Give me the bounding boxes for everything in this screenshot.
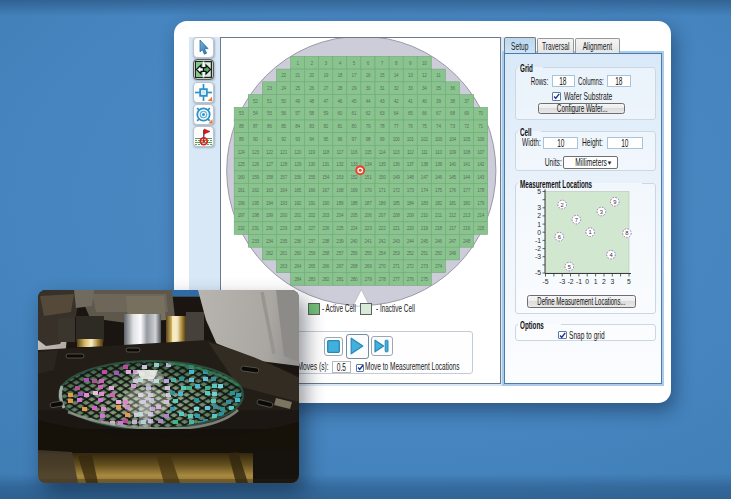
svg-text:169: 169 <box>350 188 358 193</box>
svg-text:153: 153 <box>336 175 344 180</box>
svg-text:261: 261 <box>280 251 288 256</box>
svg-text:69: 69 <box>464 111 469 116</box>
svg-text:37: 37 <box>464 99 469 104</box>
svg-text:39: 39 <box>436 99 441 104</box>
svg-text:83: 83 <box>309 124 314 129</box>
svg-text:127: 127 <box>266 162 274 167</box>
svg-text:10: 10 <box>422 61 427 66</box>
svg-text:138: 138 <box>421 162 429 167</box>
svg-text:210: 210 <box>421 213 429 218</box>
svg-text:244: 244 <box>407 239 415 244</box>
svg-text:243: 243 <box>393 239 401 244</box>
svg-text:259: 259 <box>308 251 316 256</box>
svg-text:247: 247 <box>449 239 457 244</box>
svg-text:75: 75 <box>422 124 427 129</box>
svg-text:-3: -3 <box>559 278 565 285</box>
svg-text:217: 217 <box>449 226 457 231</box>
svg-text:95: 95 <box>323 137 328 142</box>
svg-text:145: 145 <box>449 175 457 180</box>
svg-text:219: 219 <box>421 226 429 231</box>
svg-text:96: 96 <box>337 137 342 142</box>
svg-text:231: 231 <box>252 226 260 231</box>
svg-text:282: 282 <box>322 277 330 282</box>
svg-text:114: 114 <box>379 150 386 155</box>
svg-text:49: 49 <box>295 99 300 104</box>
svg-text:-5: -5 <box>542 278 548 285</box>
svg-text:64: 64 <box>394 111 399 116</box>
svg-text:229: 229 <box>280 226 288 231</box>
svg-text:152: 152 <box>350 175 358 180</box>
svg-text:110: 110 <box>435 150 442 155</box>
svg-text:149: 149 <box>393 175 401 180</box>
svg-text:80: 80 <box>352 124 357 129</box>
svg-text:157: 157 <box>280 175 288 180</box>
svg-text:97: 97 <box>352 137 357 142</box>
svg-text:221: 221 <box>393 226 401 231</box>
svg-text:158: 158 <box>266 175 274 180</box>
svg-text:134: 134 <box>365 162 373 167</box>
svg-text:220: 220 <box>407 226 415 231</box>
svg-text:77: 77 <box>394 124 399 129</box>
svg-text:3: 3 <box>537 204 541 211</box>
svg-text:93: 93 <box>295 137 300 142</box>
svg-text:181: 181 <box>449 201 457 206</box>
svg-text:230: 230 <box>266 226 274 231</box>
svg-text:265: 265 <box>308 264 316 269</box>
svg-text:112: 112 <box>407 150 414 155</box>
svg-text:59: 59 <box>323 111 328 116</box>
svg-text:20: 20 <box>309 73 314 78</box>
svg-text:132: 132 <box>336 162 344 167</box>
svg-text:283: 283 <box>308 277 316 282</box>
svg-text:79: 79 <box>366 124 371 129</box>
svg-text:237: 237 <box>308 239 316 244</box>
svg-text:196: 196 <box>238 201 246 206</box>
svg-text:63: 63 <box>380 111 385 116</box>
svg-text:279: 279 <box>365 277 373 282</box>
svg-text:208: 208 <box>393 213 401 218</box>
svg-text:66: 66 <box>422 111 427 116</box>
svg-text:21: 21 <box>295 73 300 78</box>
svg-text:206: 206 <box>365 213 373 218</box>
svg-text:147: 147 <box>421 175 429 180</box>
svg-text:203: 203 <box>322 213 330 218</box>
svg-text:113: 113 <box>393 150 400 155</box>
svg-text:194: 194 <box>266 201 274 206</box>
svg-text:65: 65 <box>408 111 413 116</box>
svg-text:119: 119 <box>308 150 315 155</box>
svg-text:62: 62 <box>366 111 371 116</box>
svg-text:249: 249 <box>449 251 457 256</box>
svg-text:254: 254 <box>379 251 387 256</box>
svg-text:108: 108 <box>463 150 471 155</box>
svg-text:87: 87 <box>253 124 258 129</box>
svg-text:123: 123 <box>252 150 260 155</box>
svg-text:34: 34 <box>422 86 427 91</box>
svg-text:164: 164 <box>280 188 288 193</box>
svg-text:266: 266 <box>322 264 330 269</box>
svg-text:176: 176 <box>449 188 457 193</box>
svg-text:106: 106 <box>477 137 485 142</box>
svg-text:35: 35 <box>436 86 441 91</box>
svg-text:146: 146 <box>435 175 443 180</box>
svg-text:72: 72 <box>464 124 469 129</box>
svg-text:183: 183 <box>421 201 429 206</box>
svg-text:186: 186 <box>379 201 387 206</box>
svg-text:38: 38 <box>450 99 455 104</box>
svg-text:167: 167 <box>322 188 330 193</box>
svg-text:193: 193 <box>280 201 288 206</box>
svg-text:252: 252 <box>407 251 415 256</box>
svg-text:248: 248 <box>463 239 471 244</box>
svg-text:236: 236 <box>294 239 302 244</box>
svg-text:209: 209 <box>407 213 415 218</box>
svg-text:2: 2 <box>537 212 541 219</box>
svg-text:195: 195 <box>252 201 260 206</box>
svg-text:81: 81 <box>337 124 342 129</box>
svg-text:239: 239 <box>336 239 344 244</box>
svg-text:177: 177 <box>463 188 471 193</box>
svg-text:33: 33 <box>408 86 413 91</box>
svg-text:166: 166 <box>308 188 316 193</box>
svg-text:102: 102 <box>421 137 429 142</box>
svg-text:212: 212 <box>449 213 457 218</box>
svg-text:251: 251 <box>421 251 429 256</box>
svg-text:129: 129 <box>294 162 302 167</box>
svg-text:22: 22 <box>281 73 286 78</box>
